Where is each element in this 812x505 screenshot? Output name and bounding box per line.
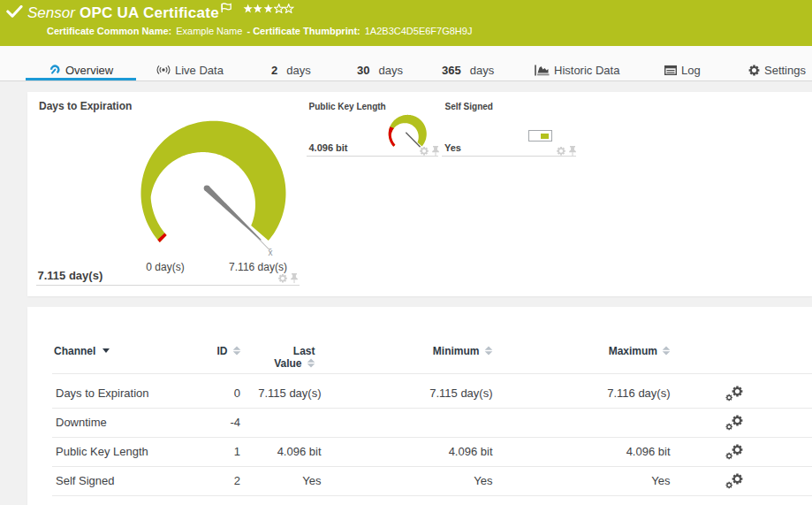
gauge-main	[123, 111, 300, 261]
sensor-header: Sensor OPC UA Certificate Certificate Co…	[0, 0, 812, 46]
cell-last-value: 4.096 bit	[233, 445, 322, 458]
edit-channel-icon[interactable]	[725, 386, 745, 402]
table-divider	[52, 408, 812, 409]
panel-divider	[36, 285, 300, 286]
table-divider	[52, 466, 812, 467]
gauge-average-marker: x̄	[265, 248, 276, 257]
sort-desc-icon	[102, 348, 110, 353]
star-icon[interactable]	[263, 4, 273, 13]
table-divider	[52, 495, 812, 496]
column-header-id[interactable]: ID	[217, 345, 241, 357]
edit-channel-icon[interactable]	[725, 473, 745, 489]
gauge-min-label: 0 day(s)	[134, 261, 196, 273]
gauge-max-label: 7.116 day(s)	[214, 261, 302, 273]
star-icon[interactable]	[284, 4, 293, 13]
gauges-card: Days to Expiration 0 day(s) 7.116 day(s)…	[27, 92, 812, 296]
panel-divider	[442, 156, 576, 157]
sensor-title: OPC UA Certificate	[80, 4, 219, 22]
pin-icon[interactable]	[290, 272, 299, 284]
star-icon[interactable]	[274, 4, 284, 13]
subtitle-label-2: - Certificate Thumbprint:	[247, 26, 360, 36]
log-icon	[664, 65, 677, 75]
tab-bar: Overview Live Data 2 days 30 days 365 da…	[0, 46, 812, 81]
column-header-last-value[interactable]: Last Value	[274, 345, 315, 370]
cell-minimum: 7.115 day(s)	[360, 386, 493, 400]
active-tab-indicator	[26, 78, 136, 80]
channel-settings-icon[interactable]	[557, 146, 565, 156]
area-chart-icon	[535, 65, 550, 76]
column-header-channel[interactable]: Channel	[54, 345, 110, 357]
panel-divider	[307, 156, 438, 157]
tab-2-days[interactable]: 2 days	[271, 58, 311, 81]
header-label: Minimum	[433, 345, 480, 357]
toggle-panel-value: Yes	[444, 142, 461, 153]
tab-historic-data[interactable]: Historic Data	[535, 58, 619, 81]
header-label: ID	[217, 345, 228, 357]
gauge-icon	[49, 65, 61, 75]
channels-card: Channel ID Last Value Minimum Maximum Da…	[27, 307, 812, 505]
tab-log[interactable]: Log	[664, 58, 701, 81]
prtg-sensor-page: Sensor OPC UA Certificate Certificate Co…	[0, 0, 812, 505]
tab-label: days	[470, 64, 494, 77]
priority-stars[interactable]	[243, 4, 294, 13]
cell-id: -4	[160, 416, 240, 429]
sort-icon	[307, 358, 315, 368]
cell-last-value: 7.115 day(s)	[233, 386, 322, 400]
tab-label: Historic Data	[554, 64, 619, 77]
cell-channel[interactable]: Downtime	[56, 416, 107, 429]
edit-channel-icon[interactable]	[725, 415, 745, 431]
sort-icon	[232, 346, 241, 356]
channel-settings-icon[interactable]	[420, 146, 429, 156]
edit-channel-icon[interactable]	[725, 444, 745, 460]
column-header-maximum[interactable]: Maximum	[609, 345, 671, 357]
star-icon[interactable]	[253, 4, 262, 13]
toggle-panel-title: Self Signed	[445, 102, 493, 111]
subtitle-value-2: 1A2B3C4D5E6F7G8H9J	[365, 26, 473, 36]
tab-30-days[interactable]: 30 days	[357, 58, 403, 81]
gauge-main-actions	[278, 272, 299, 284]
tab-num: 2	[271, 64, 277, 77]
gauge-main-value: 7.115 day(s)	[38, 269, 103, 282]
status-check-icon	[6, 5, 25, 21]
boolean-on-state	[541, 134, 550, 139]
gear-icon	[748, 65, 760, 76]
cell-maximum: Yes	[538, 474, 671, 487]
broadcast-icon	[156, 65, 171, 75]
boolean-indicator	[528, 130, 552, 142]
header-label: Value	[274, 357, 301, 370]
tab-label: Settings	[764, 64, 806, 77]
sort-icon	[484, 346, 493, 356]
tab-num: 30	[357, 64, 369, 77]
table-divider	[52, 373, 812, 374]
cell-last-value: Yes	[233, 474, 322, 487]
cell-channel[interactable]: Days to Expiration	[56, 386, 149, 400]
cell-channel[interactable]: Self Signed	[56, 474, 115, 487]
cell-id: 1	[160, 445, 240, 458]
tab-label: days	[378, 64, 402, 77]
cell-id: 2	[160, 474, 240, 487]
header-label: Channel	[54, 345, 95, 357]
tab-label: days	[286, 64, 310, 77]
cell-minimum: 4.096 bit	[360, 445, 493, 458]
column-header-minimum[interactable]: Minimum	[433, 345, 493, 357]
cell-channel[interactable]: Public Key Length	[56, 445, 148, 458]
cell-minimum: Yes	[360, 474, 493, 487]
header-label: Last	[274, 345, 315, 357]
sort-icon	[662, 346, 671, 356]
star-icon[interactable]	[243, 4, 253, 13]
tab-settings[interactable]: Settings	[748, 58, 806, 81]
channel-settings-icon[interactable]	[278, 273, 287, 283]
cell-maximum: 7.116 day(s)	[538, 386, 671, 400]
tab-live-data[interactable]: Live Data	[156, 58, 224, 81]
tab-label: Log	[681, 64, 701, 77]
subtitle-value-1: Example Name	[176, 26, 242, 36]
flag-icon[interactable]	[221, 3, 233, 13]
gauge-secondary-value: 4.096 bit	[309, 142, 348, 153]
gauge-secondary-title: Public Key Length	[309, 102, 386, 111]
gauge-main-title: Days to Expiration	[39, 100, 132, 112]
cell-maximum: 4.096 bit	[538, 445, 671, 458]
tab-365-days[interactable]: 365 days	[442, 58, 494, 81]
header-label: Maximum	[609, 345, 657, 357]
tab-label: Overview	[65, 64, 113, 77]
table-divider	[52, 437, 812, 438]
